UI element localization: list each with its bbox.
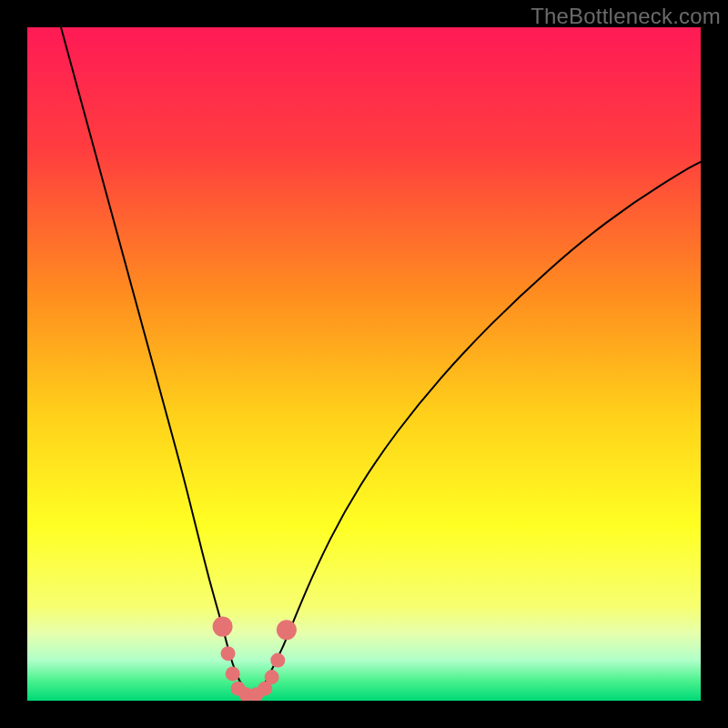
marker-dot (221, 646, 236, 661)
watermark-text: TheBottleneck.com (531, 4, 721, 29)
marker-dot (277, 620, 297, 640)
marker-dot (270, 653, 285, 668)
chart-frame: TheBottleneck.com (0, 0, 728, 728)
marker-dot (226, 666, 240, 681)
marker-dot (265, 670, 279, 684)
gradient-background (27, 27, 701, 701)
chart-svg (27, 27, 701, 701)
marker-dot (213, 617, 233, 637)
plot-area (27, 27, 701, 701)
